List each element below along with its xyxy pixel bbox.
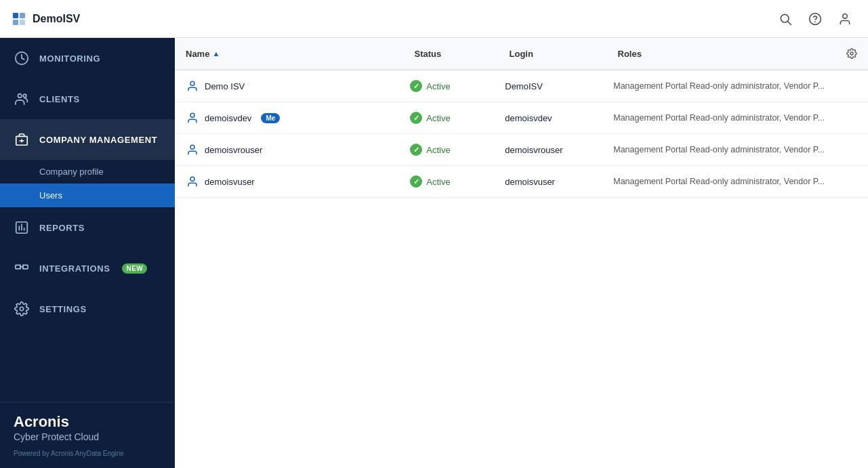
sidebar-item-reports-label: REPORTS [39,223,85,233]
status-dot-2 [410,144,422,156]
col-header-status[interactable]: Status [404,38,499,69]
sidebar-sub-item-company-profile[interactable]: Company profile [0,160,175,184]
status-active-0: Active [410,80,450,92]
main-layout: MONITORING CLIENTS [0,38,868,468]
status-label-0: Active [426,81,450,91]
roles-value-0: Management Portal Read-only administrato… [613,81,825,91]
status-dot-1 [410,112,422,124]
cell-actions-1 [835,102,868,133]
svg-point-27 [190,113,194,117]
cell-roles-3: Management Portal Read-only administrato… [602,166,835,197]
monitoring-icon [14,50,30,66]
integrations-new-badge: NEW [122,263,147,274]
cell-actions-3 [835,166,868,197]
sidebar-item-company-management[interactable]: COMPANY MANAGEMENT [0,119,175,160]
sidebar: MONITORING CLIENTS [0,38,175,468]
user-icon-0 [186,79,199,93]
svg-line-5 [788,21,791,24]
col-status-label: Status [415,49,442,59]
header-logo: DemoISV [11,11,773,27]
sidebar-item-settings-label: SETTINGS [39,304,87,314]
svg-point-11 [23,94,26,98]
user-name-2: demoisvrouser [205,145,262,155]
roles-value-1: Management Portal Read-only administrato… [613,113,825,123]
sidebar-item-reports[interactable]: REPORTS [0,207,175,248]
svg-point-28 [190,145,194,149]
sidebar-item-clients-label: CLIENTS [39,94,80,104]
search-button[interactable] [773,7,798,31]
col-roles-label: Roles [618,49,642,59]
status-dot-0 [410,80,422,92]
user-icon-1 [186,111,199,125]
integrations-icon [14,260,30,276]
user-icon-3 [186,175,199,188]
col-header-login[interactable]: Login [499,38,607,69]
cell-name-2: demoisvrouser [175,134,399,165]
col-header-roles[interactable]: Roles [607,38,836,69]
sidebar-item-settings[interactable]: SETTINGS [0,289,175,329]
svg-rect-20 [23,265,28,269]
sidebar-item-monitoring[interactable]: MONITORING [0,38,175,79]
svg-rect-0 [13,13,18,18]
reports-icon [14,219,30,236]
cell-name-1: demoisvdev Me [175,102,399,133]
status-label-3: Active [426,177,450,187]
cell-status-2: Active [399,134,494,165]
status-active-2: Active [410,144,450,156]
login-value-0: DemoISV [505,81,543,91]
company-profile-label: Company profile [39,167,104,177]
users-table-container: Name ▲ Status Login Roles [175,38,868,468]
col-header-settings[interactable] [835,38,868,69]
col-name-label: Name [186,49,209,59]
svg-rect-1 [20,13,25,18]
roles-value-3: Management Portal Read-only administrato… [613,177,825,186]
cell-roles-0: Management Portal Read-only administrato… [602,70,835,102]
sidebar-item-clients[interactable]: CLIENTS [0,79,175,119]
user-name-1: demoisvdev [205,113,251,123]
sidebar-brand-name: Acronis [14,413,161,431]
help-button[interactable] [803,7,827,31]
col-header-name[interactable]: Name ▲ [175,38,404,69]
user-profile-button[interactable] [833,7,857,31]
sidebar-item-company-management-label: COMPANY MANAGEMENT [39,135,157,145]
svg-point-29 [190,177,194,181]
user-icon-2 [186,143,199,156]
header: DemoISV [0,0,868,38]
cell-status-1: Active [399,102,494,133]
user-name-3: demoisvuser [205,177,255,187]
status-label-1: Active [426,113,450,123]
col-login-label: Login [510,49,533,59]
login-value-2: demoisvrouser [505,145,562,155]
svg-point-26 [190,81,194,85]
sort-asc-icon: ▲ [212,49,220,58]
cell-name-0: Demo ISV [175,70,399,102]
clients-icon [14,91,30,107]
header-actions [773,7,857,31]
cell-login-1: demoisvdev [494,102,602,133]
svg-rect-19 [16,265,20,269]
sidebar-item-integrations-label: INTEGRATIONS [39,263,110,274]
svg-point-25 [850,52,853,55]
cell-status-3: Active [399,166,494,197]
svg-point-8 [843,14,848,18]
header-title: DemoISV [33,13,80,25]
login-value-3: demoisvuser [505,177,555,187]
table-row: demoisvdev Me Active demoisvdev Manageme… [175,102,868,134]
cell-roles-2: Management Portal Read-only administrato… [602,134,835,165]
status-label-2: Active [426,145,450,155]
user-name-0: Demo ISV [205,81,245,91]
sidebar-item-integrations[interactable]: INTEGRATIONS NEW [0,248,175,289]
cell-login-3: demoisvuser [494,166,602,197]
sidebar-nav: MONITORING CLIENTS [0,38,175,402]
table-header: Name ▲ Status Login Roles [175,38,868,70]
cell-actions-2 [835,134,868,165]
sidebar-sub-item-users[interactable]: Users [0,184,175,207]
main-content: Name ▲ Status Login Roles [175,38,868,468]
cell-login-2: demoisvrouser [494,134,602,165]
cell-roles-1: Management Portal Read-only administrato… [602,102,835,133]
cell-login-0: DemoISV [494,70,602,102]
status-active-1: Active [410,112,450,124]
sidebar-item-monitoring-label: MONITORING [39,54,100,64]
login-value-1: demoisvdev [505,113,552,123]
cell-status-0: Active [399,70,494,102]
